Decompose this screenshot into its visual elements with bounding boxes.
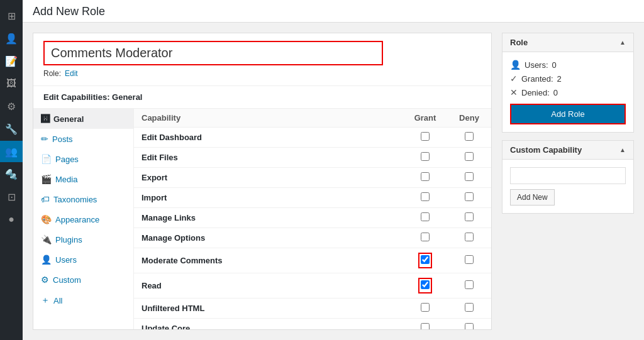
circle-sidebar-icon[interactable]: ● — [0, 209, 23, 230]
deny-checkbox[interactable] — [465, 152, 474, 161]
role-panel-title: Role — [510, 38, 528, 47]
deny-cell[interactable] — [447, 148, 491, 168]
deny-checkbox[interactable] — [465, 323, 474, 330]
taxonomies-icon: 🏷 — [41, 194, 50, 204]
grant-cell[interactable] — [403, 188, 447, 208]
deny-checkbox[interactable] — [465, 132, 474, 141]
custom-capability-panel: Custom Capability ▲ Add New — [502, 140, 634, 214]
cat-nav-posts[interactable]: ✏ Posts — [33, 129, 133, 149]
grant-checkbox[interactable] — [421, 255, 430, 264]
deny-checkbox[interactable] — [465, 192, 474, 201]
capabilities-section: Edit Capabilities: General 🆆 General ✏ P… — [33, 86, 491, 330]
cat-label-plugins: Plugins — [55, 235, 82, 244]
add-new-capability-button[interactable]: Add New — [510, 189, 555, 206]
cat-label-pages: Pages — [55, 155, 79, 164]
cap-name-cell: Export — [134, 168, 403, 188]
settings-sidebar-icon[interactable]: ⚙ — [0, 96, 23, 117]
grant-cell[interactable] — [403, 128, 447, 148]
deny-cell[interactable] — [447, 273, 491, 299]
custom-cap-panel-header: Custom Capability ▲ — [502, 141, 633, 160]
table-row: Moderate Comments — [134, 248, 491, 273]
deny-checkbox[interactable] — [465, 233, 474, 241]
role-name-input[interactable] — [43, 41, 383, 65]
add-role-button[interactable]: Add Role — [510, 104, 626, 124]
cat-nav-general[interactable]: 🆆 General — [33, 109, 133, 129]
user-icon[interactable]: 👤 — [0, 28, 23, 49]
grant-checkbox[interactable] — [421, 132, 430, 141]
deny-cell[interactable] — [447, 188, 491, 208]
cat-label-custom: Custom — [53, 275, 81, 285]
deny-checkbox[interactable] — [465, 212, 474, 221]
grant-checkbox[interactable] — [421, 192, 430, 201]
category-nav: 🆆 General ✏ Posts 📄 Pages 🎬 — [33, 109, 134, 330]
grant-cell[interactable] — [403, 319, 447, 331]
grant-checkbox[interactable] — [421, 323, 430, 330]
content-wrapper: Role: Edit Edit Capabilities: General 🆆 … — [23, 23, 644, 340]
col-deny-header: Deny — [447, 109, 491, 128]
custom-cap-input[interactable] — [510, 167, 626, 184]
tools-sidebar-icon[interactable]: 🔧 — [0, 118, 23, 140]
grant-checkbox[interactable] — [421, 212, 430, 221]
cap-name-cell: Manage Options — [134, 228, 403, 248]
cat-nav-appearance[interactable]: 🎨 Appearance — [33, 209, 133, 229]
cat-nav-media[interactable]: 🎬 Media — [33, 169, 133, 189]
grant-checkbox[interactable] — [421, 280, 430, 289]
table-row: Unfiltered HTML — [134, 299, 491, 319]
grant-checkbox[interactable] — [421, 233, 430, 241]
grant-cell[interactable] — [403, 148, 447, 168]
users-sidebar-icon[interactable]: 👥 — [0, 141, 23, 162]
table-row: Manage Links — [134, 208, 491, 228]
deny-cell[interactable] — [447, 208, 491, 228]
grant-checkbox[interactable] — [421, 303, 430, 312]
wrench-sidebar-icon[interactable]: 🔩 — [0, 163, 23, 185]
grant-cell[interactable] — [403, 208, 447, 228]
capabilities-table: Capability Grant Deny Edit DashboardEdit… — [134, 109, 491, 330]
role-panel-chevron: ▲ — [619, 39, 626, 46]
role-label: Role: — [43, 69, 61, 78]
deny-checkbox[interactable] — [465, 172, 474, 181]
cap-layout: 🆆 General ✏ Posts 📄 Pages 🎬 — [33, 109, 491, 330]
cat-nav-users[interactable]: 👤 Users — [33, 250, 133, 270]
grant-cell[interactable] — [403, 168, 447, 188]
cat-nav-plugins[interactable]: 🔌 Plugins — [33, 229, 133, 250]
col-grant-header: Grant — [403, 109, 447, 128]
grant-cell[interactable] — [403, 228, 447, 248]
granted-stat-icon: ✓ — [510, 74, 518, 84]
cat-nav-all[interactable]: ＋ All — [33, 290, 133, 311]
cap-name-cell: Manage Links — [134, 208, 403, 228]
grant-cell[interactable] — [403, 248, 447, 273]
cat-nav-custom[interactable]: ⚙ Custom — [33, 270, 133, 290]
pages-icon: 📄 — [41, 154, 52, 164]
denied-label: Denied: — [521, 88, 550, 97]
deny-checkbox[interactable] — [465, 303, 474, 312]
cap-name-cell: Unfiltered HTML — [134, 299, 403, 319]
blocks-sidebar-icon[interactable]: ⊡ — [0, 186, 23, 207]
dashboard-icon[interactable]: ⊞ — [0, 5, 23, 26]
media-sidebar-icon[interactable]: 🖼 — [0, 73, 23, 94]
grant-cell[interactable] — [403, 299, 447, 319]
deny-cell[interactable] — [447, 228, 491, 248]
cat-nav-taxonomies[interactable]: 🏷 Taxonomies — [33, 189, 133, 209]
role-panel: Role ▲ 👤 Users: 0 ✓ Granted: 2 ✕ — [502, 33, 634, 133]
cat-label-taxonomies: Taxonomies — [53, 195, 97, 204]
appearance-icon: 🎨 — [41, 214, 52, 224]
deny-cell[interactable] — [447, 168, 491, 188]
posts-sidebar-icon[interactable]: 📝 — [0, 50, 23, 72]
deny-checkbox[interactable] — [465, 280, 474, 289]
cat-label-posts: Posts — [52, 134, 73, 144]
grant-checkbox[interactable] — [421, 172, 430, 181]
deny-cell[interactable] — [447, 299, 491, 319]
edit-role-link[interactable]: Edit — [65, 69, 78, 78]
granted-stat: ✓ Granted: 2 — [510, 74, 626, 84]
cap-name-cell: Update Core — [134, 319, 403, 331]
cat-label-users: Users — [55, 255, 77, 265]
deny-checkbox[interactable] — [465, 255, 474, 264]
cat-label-all: All — [53, 296, 62, 305]
grant-checkbox[interactable] — [421, 152, 430, 161]
granted-count: 2 — [557, 74, 562, 84]
deny-cell[interactable] — [447, 319, 491, 331]
deny-cell[interactable] — [447, 128, 491, 148]
grant-cell[interactable] — [403, 273, 447, 299]
cat-nav-pages[interactable]: 📄 Pages — [33, 149, 133, 169]
deny-cell[interactable] — [447, 248, 491, 273]
